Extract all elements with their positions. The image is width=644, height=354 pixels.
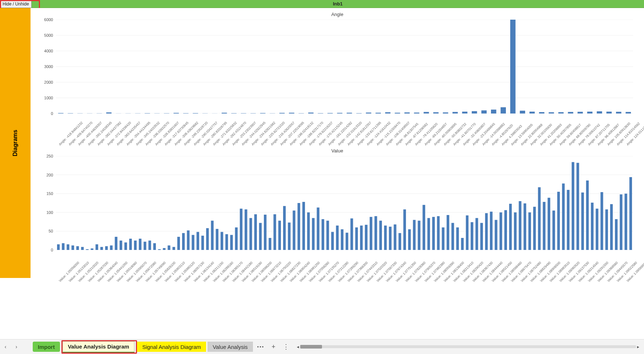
svg-rect-76	[67, 244, 69, 250]
svg-rect-172	[528, 212, 531, 250]
tab-nav-prev[interactable]: ‹	[0, 341, 11, 352]
svg-rect-116	[259, 223, 262, 250]
chart-title-angle: Angle	[38, 12, 637, 17]
svg-rect-56	[520, 111, 525, 114]
svg-rect-113	[245, 210, 247, 250]
scroll-left-arrow[interactable]: ◄	[296, 344, 300, 349]
svg-rect-159	[466, 215, 468, 250]
add-sheet-button[interactable]: +	[267, 343, 280, 351]
svg-rect-78	[76, 246, 79, 250]
tab-nav-next[interactable]: ›	[11, 341, 22, 352]
svg-rect-150	[423, 205, 425, 250]
svg-rect-146	[403, 210, 406, 250]
svg-rect-190	[615, 219, 617, 250]
scrollbar-thumb[interactable]	[300, 345, 322, 349]
svg-rect-153	[437, 216, 439, 250]
svg-rect-54	[500, 107, 506, 114]
svg-rect-82	[96, 244, 98, 250]
svg-rect-83	[100, 247, 103, 250]
svg-rect-90	[134, 240, 137, 250]
svg-rect-175	[543, 202, 546, 250]
scrollbar-track[interactable]	[300, 345, 636, 348]
svg-rect-101	[187, 230, 189, 250]
svg-rect-53	[491, 110, 496, 114]
svg-rect-179	[562, 183, 564, 250]
svg-rect-191	[620, 194, 622, 250]
svg-rect-176	[548, 198, 550, 250]
svg-rect-127	[312, 218, 314, 250]
svg-rect-98	[173, 247, 175, 250]
svg-rect-151	[427, 218, 430, 250]
tab-import[interactable]: Import	[33, 342, 60, 352]
svg-rect-156	[451, 223, 454, 250]
svg-rect-122	[288, 223, 290, 250]
svg-rect-100	[182, 233, 185, 250]
svg-rect-182	[576, 163, 579, 250]
side-rail-diagrams[interactable]: Diagrams	[0, 8, 31, 278]
svg-rect-97	[168, 246, 170, 250]
svg-rect-141	[379, 221, 382, 250]
svg-rect-161	[475, 218, 478, 250]
tab-signal-analysis-diagram[interactable]: Signal Analysis Diagram	[137, 342, 206, 352]
svg-rect-89	[129, 239, 132, 250]
svg-rect-102	[192, 235, 194, 250]
svg-rect-74	[57, 244, 60, 250]
svg-rect-77	[72, 246, 74, 250]
svg-rect-123	[293, 211, 295, 250]
svg-rect-136	[355, 227, 358, 250]
svg-rect-167	[504, 210, 507, 250]
svg-rect-128	[317, 207, 319, 250]
tab-value-analysis[interactable]: Value Analysis	[208, 342, 253, 352]
svg-rect-105	[206, 228, 209, 250]
y-axis-labels-value: 050100150200250	[38, 156, 55, 250]
svg-rect-104	[201, 236, 204, 250]
sheet-menu-button[interactable]: ⋮	[280, 343, 292, 351]
svg-rect-84	[105, 246, 108, 250]
svg-rect-187	[600, 192, 603, 250]
svg-rect-171	[524, 203, 526, 250]
chart-angle: Angle 0100020003000400050006000 Angle: -…	[38, 12, 637, 146]
svg-rect-124	[298, 203, 300, 250]
title-bar: Hide / Unhide Inb1	[0, 0, 644, 8]
svg-rect-114	[249, 218, 252, 250]
svg-rect-87	[120, 240, 122, 250]
tab-overflow-button[interactable]: •••	[254, 344, 267, 350]
svg-rect-85	[110, 246, 113, 250]
svg-rect-160	[471, 222, 473, 250]
horizontal-scrollbar[interactable]: ◄ ►	[296, 344, 640, 349]
svg-rect-168	[509, 204, 512, 250]
svg-rect-137	[360, 226, 363, 250]
svg-rect-149	[418, 221, 420, 250]
svg-rect-158	[461, 238, 464, 250]
svg-rect-185	[591, 203, 593, 250]
svg-rect-91	[139, 239, 141, 250]
svg-rect-134	[346, 233, 348, 250]
svg-rect-183	[581, 192, 584, 250]
svg-rect-94	[153, 243, 156, 250]
svg-rect-112	[240, 208, 242, 250]
svg-rect-192	[625, 194, 627, 250]
svg-rect-162	[480, 223, 483, 250]
svg-rect-125	[302, 202, 305, 250]
tab-value-analysis-diagram[interactable]: Value Analysis Diagram	[63, 341, 135, 353]
svg-rect-126	[307, 212, 310, 250]
svg-rect-75	[62, 243, 64, 250]
svg-rect-52	[481, 110, 487, 114]
svg-rect-119	[273, 214, 276, 250]
plot-area-angle	[56, 20, 633, 114]
hide-unhide-button[interactable]: Hide / Unhide	[0, 0, 32, 8]
svg-rect-174	[538, 187, 540, 250]
svg-rect-155	[447, 215, 449, 250]
svg-rect-188	[605, 210, 608, 250]
svg-rect-164	[490, 212, 492, 250]
svg-rect-86	[115, 237, 117, 250]
svg-rect-133	[341, 229, 343, 250]
svg-rect-148	[413, 220, 415, 250]
scroll-right-arrow[interactable]: ►	[636, 344, 640, 349]
svg-rect-93	[148, 240, 151, 250]
plot-area-value	[56, 156, 633, 250]
annotation-highlight-active-tab: Value Analysis Diagram	[61, 340, 137, 354]
svg-rect-118	[269, 238, 271, 250]
svg-rect-111	[235, 227, 238, 250]
svg-rect-79	[81, 247, 84, 250]
